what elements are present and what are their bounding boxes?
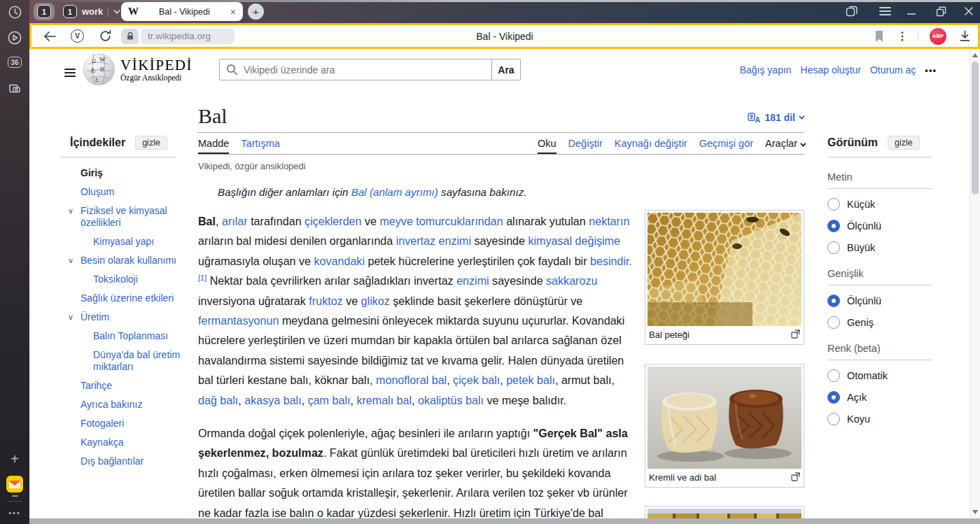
article-link[interactable]: enzimi (456, 274, 489, 287)
reload-button[interactable] (99, 29, 112, 43)
toc-link[interactable]: Fiziksel ve kimyasal özellikleri (80, 205, 167, 228)
back-button[interactable] (43, 31, 57, 42)
toc-item-fotogaleri[interactable]: Fotogaleri (70, 418, 197, 430)
article-link[interactable]: Bal (anlam ayrımı) (351, 186, 438, 198)
downloads-button[interactable] (959, 30, 971, 42)
toc-item-bal-n-toplanmas[interactable]: Balın Toplanması (70, 330, 197, 342)
wikipedia-wordmark[interactable]: VİKİPEDİ Özgür Ansiklopedi (120, 57, 192, 82)
toc-item-d-ba-lant-lar[interactable]: Dış bağlantılar (70, 455, 197, 467)
toc-link[interactable]: Giriş (80, 167, 103, 178)
article-link[interactable]: dağ balı (198, 394, 238, 406)
article-link[interactable]: çiçeklerden (304, 215, 361, 227)
sidebar-more-dots-icon[interactable]: ••• (0, 509, 29, 517)
radio-option-geni[interactable]: Geniş (827, 316, 932, 329)
toc-link[interactable]: Toksikoloji (93, 274, 138, 285)
reference-link[interactable]: [1] (198, 274, 206, 282)
scroll-up-arrow[interactable] (970, 50, 980, 60)
wiki-menu-hamburger-icon[interactable] (59, 64, 80, 82)
chevron-down-icon[interactable]: ∨ (68, 311, 74, 323)
user-menu-dots-icon[interactable]: ••• (925, 65, 937, 76)
toc-hide-button[interactable]: gizle (135, 136, 167, 150)
toc-item-d-nya-da-bal-retim-miktarlar[interactable]: Dünya'da bal üretim miktarları (70, 349, 197, 373)
workspace-switcher[interactable]: 1 work (60, 3, 121, 20)
adblock-plus-extension[interactable]: ABP (930, 28, 946, 45)
article-link[interactable]: kremalı bal (356, 394, 412, 406)
radio-selected-icon[interactable] (827, 295, 840, 307)
protect-vpn-button[interactable]: V (71, 29, 84, 43)
tab-close-icon[interactable]: × (230, 7, 236, 17)
toc-item-olu-um[interactable]: Oluşum (70, 186, 197, 198)
sidebar-add-plus-icon[interactable]: + (0, 451, 29, 467)
radio-unselected-icon[interactable] (827, 369, 840, 382)
radio-option-l-nl[interactable]: Ölçünlü (827, 220, 932, 232)
search-input[interactable] (219, 59, 492, 80)
toc-link[interactable]: Ayrıca bakınız (80, 399, 142, 410)
toc-link[interactable]: Balın Toplanması (93, 330, 168, 341)
radio-option-k-k[interactable]: Küçük (827, 198, 932, 211)
toc-item-tarih-e[interactable]: Tarihçe (70, 380, 197, 392)
chevron-down-icon[interactable] (113, 7, 120, 14)
article-link[interactable]: arılar (222, 215, 248, 227)
radio-option-l-nl[interactable]: Ölçünlü (827, 295, 932, 307)
page-tab-ara-lar[interactable]: Araçlar (765, 138, 804, 154)
article-link[interactable]: kimyasal değişime (528, 234, 620, 247)
radio-option-b-y-k[interactable]: Büyük (827, 241, 932, 254)
toc-link[interactable]: Besin olarak kullanımı (80, 255, 176, 266)
article-link[interactable]: akasya balı (244, 394, 301, 406)
toc-link[interactable]: Kimyasal yapı (93, 236, 154, 247)
thumbnail-honey-shelf[interactable] (645, 506, 804, 518)
toc-item-ayr-ca-bak-n-z[interactable]: Ayrıca bakınız (70, 399, 197, 411)
radio-unselected-icon[interactable] (827, 316, 840, 329)
article-link[interactable]: çam balı (308, 394, 351, 406)
article-link[interactable]: nektarın (589, 215, 629, 227)
search-submit-button[interactable]: Ara (492, 59, 521, 80)
toc-link[interactable]: Oluşum (80, 186, 114, 197)
toc-link[interactable]: Tarihçe (80, 380, 112, 391)
toc-link[interactable]: Dünya'da bal üretim miktarları (93, 349, 180, 372)
chevron-down-icon[interactable]: ∨ (68, 255, 74, 267)
screenshot-camera-icon[interactable] (0, 80, 29, 96)
radio-option-otomatik[interactable]: Otomatik (827, 369, 932, 382)
page-tab-ge-mi-i-g-r[interactable]: Geçmişi gör (699, 138, 753, 154)
article-link[interactable]: invertaz enzimi (396, 234, 471, 247)
scrollbar-thumb[interactable] (972, 62, 979, 194)
page-tab-kayna-de-i-tir[interactable]: Kaynağı değiştir (615, 138, 687, 154)
window-minimize-button[interactable] (904, 5, 918, 17)
article-link[interactable]: meyve tomurcuklarından (379, 215, 503, 227)
language-selector-button[interactable]: A 181 dil (748, 112, 803, 123)
radio-selected-icon[interactable] (827, 391, 840, 404)
article-link[interactable]: fermantasyonun (198, 314, 279, 327)
radio-unselected-icon[interactable] (827, 198, 840, 211)
login-link[interactable]: Oturum aç (870, 64, 916, 76)
article-link[interactable]: petek balı (506, 374, 555, 386)
toc-item-fiziksel-ve-kimyasal-zellikleri[interactable]: ∨Fiziksel ve kimyasal özellikleri (70, 205, 197, 229)
article-link[interactable]: glikoz (361, 295, 390, 307)
history-clock-icon[interactable] (0, 5, 29, 20)
window-close-button[interactable] (962, 5, 976, 17)
extensions-kebab-icon[interactable]: ⋮ (897, 29, 908, 43)
toc-item-kaynak-a[interactable]: Kaynakça (70, 437, 197, 448)
side-panels-icon[interactable] (845, 5, 859, 17)
new-tab-button[interactable]: + (248, 3, 264, 20)
article-link[interactable]: besindir. (590, 255, 632, 267)
toc-link[interactable]: Sağlık üzerine etkileri (80, 292, 174, 304)
site-security-lock-icon[interactable] (121, 29, 139, 44)
window-restore-button[interactable] (934, 5, 948, 17)
thumbnail-honeycomb[interactable]: Bal peteği (645, 210, 804, 345)
browser-menu-icon[interactable] (878, 5, 892, 17)
article-link[interactable]: fruktoz (309, 295, 342, 307)
article-link[interactable]: monofloral bal (376, 374, 447, 386)
tab-counter-icon[interactable]: 36 (0, 57, 29, 68)
radio-option-a-k[interactable]: Açık (827, 391, 932, 404)
article-link[interactable]: kovandaki (314, 255, 365, 267)
browser-tab-active[interactable]: W Bal - Vikipedi × (121, 2, 243, 21)
toc-link[interactable]: Fotogaleri (80, 418, 124, 429)
wikipedia-globe-logo[interactable]: Ω W あ И ع (81, 52, 116, 87)
toc-item-giri[interactable]: Giriş (70, 167, 197, 179)
create-account-link[interactable]: Hesap oluştur (801, 64, 861, 76)
enlarge-icon[interactable] (791, 472, 800, 481)
radio-option-koyu[interactable]: Koyu (827, 413, 932, 425)
article-link[interactable]: sakkarozu (546, 274, 597, 287)
article-link[interactable]: çiçek balı (453, 374, 500, 386)
yandex-mail-icon[interactable] (0, 475, 29, 493)
